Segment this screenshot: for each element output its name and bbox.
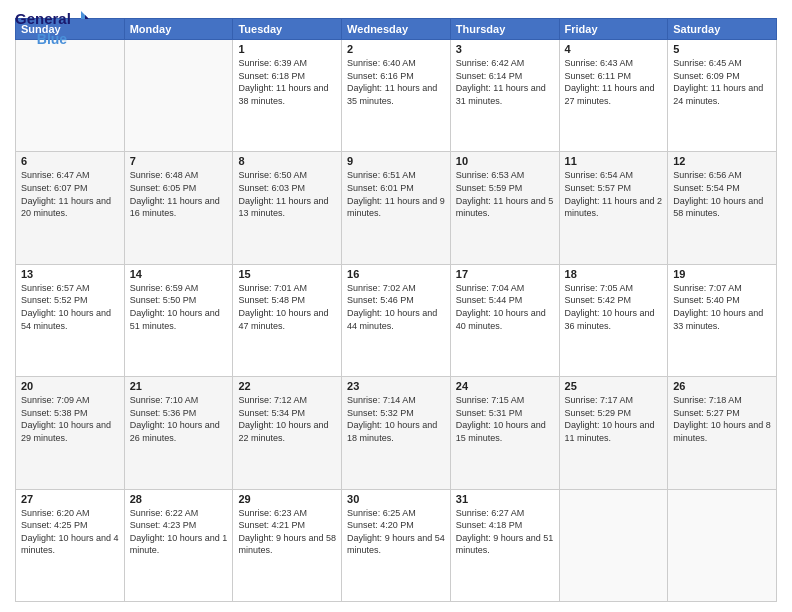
day-info: Sunrise: 6:39 AM Sunset: 6:18 PM Dayligh… (238, 57, 336, 107)
day-cell: 30Sunrise: 6:25 AM Sunset: 4:20 PM Dayli… (342, 489, 451, 601)
day-cell: 5Sunrise: 6:45 AM Sunset: 6:09 PM Daylig… (668, 40, 777, 152)
day-cell (668, 489, 777, 601)
day-number: 15 (238, 268, 336, 280)
day-info: Sunrise: 7:02 AM Sunset: 5:46 PM Dayligh… (347, 282, 445, 332)
day-number: 16 (347, 268, 445, 280)
weekday-header-row: SundayMondayTuesdayWednesdayThursdayFrid… (16, 19, 777, 40)
day-cell: 1Sunrise: 6:39 AM Sunset: 6:18 PM Daylig… (233, 40, 342, 152)
day-number: 31 (456, 493, 554, 505)
day-number: 8 (238, 155, 336, 167)
day-number: 25 (565, 380, 663, 392)
day-cell (16, 40, 125, 152)
day-cell: 28Sunrise: 6:22 AM Sunset: 4:23 PM Dayli… (124, 489, 233, 601)
day-cell: 12Sunrise: 6:56 AM Sunset: 5:54 PM Dayli… (668, 152, 777, 264)
day-number: 22 (238, 380, 336, 392)
day-number: 1 (238, 43, 336, 55)
day-number: 19 (673, 268, 771, 280)
day-info: Sunrise: 7:12 AM Sunset: 5:34 PM Dayligh… (238, 394, 336, 444)
day-number: 13 (21, 268, 119, 280)
day-info: Sunrise: 6:53 AM Sunset: 5:59 PM Dayligh… (456, 169, 554, 219)
day-cell: 11Sunrise: 6:54 AM Sunset: 5:57 PM Dayli… (559, 152, 668, 264)
day-cell: 24Sunrise: 7:15 AM Sunset: 5:31 PM Dayli… (450, 377, 559, 489)
day-info: Sunrise: 6:47 AM Sunset: 6:07 PM Dayligh… (21, 169, 119, 219)
day-info: Sunrise: 6:45 AM Sunset: 6:09 PM Dayligh… (673, 57, 771, 107)
day-info: Sunrise: 6:57 AM Sunset: 5:52 PM Dayligh… (21, 282, 119, 332)
day-info: Sunrise: 7:17 AM Sunset: 5:29 PM Dayligh… (565, 394, 663, 444)
day-number: 23 (347, 380, 445, 392)
day-info: Sunrise: 7:05 AM Sunset: 5:42 PM Dayligh… (565, 282, 663, 332)
day-cell: 22Sunrise: 7:12 AM Sunset: 5:34 PM Dayli… (233, 377, 342, 489)
day-info: Sunrise: 7:10 AM Sunset: 5:36 PM Dayligh… (130, 394, 228, 444)
day-cell: 21Sunrise: 7:10 AM Sunset: 5:36 PM Dayli… (124, 377, 233, 489)
day-info: Sunrise: 6:51 AM Sunset: 6:01 PM Dayligh… (347, 169, 445, 219)
day-info: Sunrise: 7:07 AM Sunset: 5:40 PM Dayligh… (673, 282, 771, 332)
day-info: Sunrise: 6:23 AM Sunset: 4:21 PM Dayligh… (238, 507, 336, 557)
week-row-5: 27Sunrise: 6:20 AM Sunset: 4:25 PM Dayli… (16, 489, 777, 601)
calendar-table: SundayMondayTuesdayWednesdayThursdayFrid… (15, 18, 777, 602)
day-cell: 8Sunrise: 6:50 AM Sunset: 6:03 PM Daylig… (233, 152, 342, 264)
day-number: 9 (347, 155, 445, 167)
day-cell: 4Sunrise: 6:43 AM Sunset: 6:11 PM Daylig… (559, 40, 668, 152)
weekday-header-monday: Monday (124, 19, 233, 40)
day-cell: 14Sunrise: 6:59 AM Sunset: 5:50 PM Dayli… (124, 264, 233, 376)
day-info: Sunrise: 7:14 AM Sunset: 5:32 PM Dayligh… (347, 394, 445, 444)
logo-text: General Blue (15, 10, 89, 48)
day-info: Sunrise: 7:01 AM Sunset: 5:48 PM Dayligh… (238, 282, 336, 332)
day-number: 2 (347, 43, 445, 55)
day-info: Sunrise: 6:43 AM Sunset: 6:11 PM Dayligh… (565, 57, 663, 107)
day-cell: 25Sunrise: 7:17 AM Sunset: 5:29 PM Dayli… (559, 377, 668, 489)
weekday-header-friday: Friday (559, 19, 668, 40)
day-number: 18 (565, 268, 663, 280)
day-number: 30 (347, 493, 445, 505)
day-info: Sunrise: 6:20 AM Sunset: 4:25 PM Dayligh… (21, 507, 119, 557)
weekday-header-tuesday: Tuesday (233, 19, 342, 40)
week-row-3: 13Sunrise: 6:57 AM Sunset: 5:52 PM Dayli… (16, 264, 777, 376)
day-number: 12 (673, 155, 771, 167)
day-number: 10 (456, 155, 554, 167)
day-info: Sunrise: 6:27 AM Sunset: 4:18 PM Dayligh… (456, 507, 554, 557)
logo-general: General (15, 10, 71, 28)
day-cell: 26Sunrise: 7:18 AM Sunset: 5:27 PM Dayli… (668, 377, 777, 489)
day-cell: 18Sunrise: 7:05 AM Sunset: 5:42 PM Dayli… (559, 264, 668, 376)
day-cell: 2Sunrise: 6:40 AM Sunset: 6:16 PM Daylig… (342, 40, 451, 152)
day-number: 14 (130, 268, 228, 280)
day-number: 6 (21, 155, 119, 167)
weekday-header-thursday: Thursday (450, 19, 559, 40)
day-info: Sunrise: 6:48 AM Sunset: 6:05 PM Dayligh… (130, 169, 228, 219)
day-info: Sunrise: 6:56 AM Sunset: 5:54 PM Dayligh… (673, 169, 771, 219)
day-number: 5 (673, 43, 771, 55)
day-number: 20 (21, 380, 119, 392)
day-cell (559, 489, 668, 601)
page: General Blue General Blue SundayMondayTu… (0, 0, 792, 612)
day-number: 28 (130, 493, 228, 505)
day-cell: 20Sunrise: 7:09 AM Sunset: 5:38 PM Dayli… (16, 377, 125, 489)
day-cell: 6Sunrise: 6:47 AM Sunset: 6:07 PM Daylig… (16, 152, 125, 264)
day-info: Sunrise: 7:18 AM Sunset: 5:27 PM Dayligh… (673, 394, 771, 444)
day-cell: 16Sunrise: 7:02 AM Sunset: 5:46 PM Dayli… (342, 264, 451, 376)
day-info: Sunrise: 7:04 AM Sunset: 5:44 PM Dayligh… (456, 282, 554, 332)
day-number: 26 (673, 380, 771, 392)
week-row-4: 20Sunrise: 7:09 AM Sunset: 5:38 PM Dayli… (16, 377, 777, 489)
day-cell: 3Sunrise: 6:42 AM Sunset: 6:14 PM Daylig… (450, 40, 559, 152)
day-info: Sunrise: 7:15 AM Sunset: 5:31 PM Dayligh… (456, 394, 554, 444)
day-cell: 29Sunrise: 6:23 AM Sunset: 4:21 PM Dayli… (233, 489, 342, 601)
day-cell: 7Sunrise: 6:48 AM Sunset: 6:05 PM Daylig… (124, 152, 233, 264)
day-info: Sunrise: 6:40 AM Sunset: 6:16 PM Dayligh… (347, 57, 445, 107)
day-number: 11 (565, 155, 663, 167)
day-number: 21 (130, 380, 228, 392)
day-info: Sunrise: 6:25 AM Sunset: 4:20 PM Dayligh… (347, 507, 445, 557)
day-info: Sunrise: 6:22 AM Sunset: 4:23 PM Dayligh… (130, 507, 228, 557)
day-number: 7 (130, 155, 228, 167)
week-row-1: 1Sunrise: 6:39 AM Sunset: 6:18 PM Daylig… (16, 40, 777, 152)
day-number: 3 (456, 43, 554, 55)
svg-marker-5 (85, 15, 89, 19)
weekday-header-saturday: Saturday (668, 19, 777, 40)
day-cell: 17Sunrise: 7:04 AM Sunset: 5:44 PM Dayli… (450, 264, 559, 376)
day-number: 17 (456, 268, 554, 280)
day-cell: 15Sunrise: 7:01 AM Sunset: 5:48 PM Dayli… (233, 264, 342, 376)
day-cell: 9Sunrise: 6:51 AM Sunset: 6:01 PM Daylig… (342, 152, 451, 264)
logo-blue: Blue (37, 31, 67, 48)
day-cell (124, 40, 233, 152)
day-info: Sunrise: 7:09 AM Sunset: 5:38 PM Dayligh… (21, 394, 119, 444)
logo-triangle-icon (73, 11, 89, 27)
